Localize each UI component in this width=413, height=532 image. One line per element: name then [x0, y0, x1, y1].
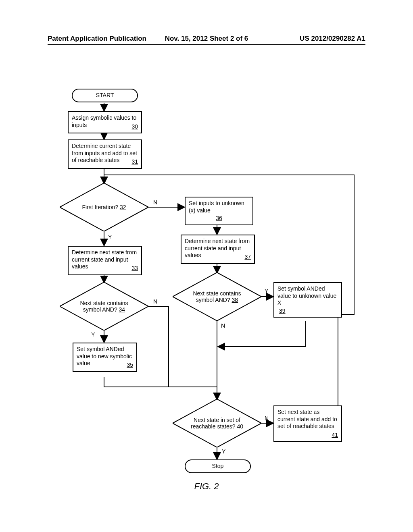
process-41: Set next state as current state and add …: [273, 405, 342, 442]
terminator-stop: Stop: [185, 459, 251, 473]
header-center: Nov. 15, 2012 Sheet 2 of 6: [165, 35, 248, 43]
decision-34: Next state contains symbol AND? 34: [60, 282, 148, 330]
process-31-ref: 31: [131, 158, 138, 166]
process-36: Set inputs to unknown (x) value 36: [185, 197, 253, 225]
process-36-text: Set inputs to unknown (x) value: [189, 200, 244, 214]
process-30: Assign symbolic values to inputs 30: [68, 111, 142, 133]
process-39-ref: 39: [279, 308, 338, 315]
process-33-text: Determine next state from current state …: [72, 249, 137, 270]
process-36-ref: 36: [189, 215, 249, 222]
process-31-text: Determine current state from inputs and …: [72, 143, 137, 163]
process-30-ref: 30: [131, 123, 138, 131]
edge-34-Y: Y: [91, 331, 95, 338]
process-35-ref: 35: [127, 362, 133, 369]
process-41-ref: 41: [332, 432, 338, 439]
decision-32-text: First Iteration? 32: [74, 204, 134, 210]
process-35: Set symbol ANDed value to new symbolic v…: [73, 343, 137, 372]
decision-40-text: Next state in set of reachable states? 4…: [187, 417, 247, 430]
stop-label: Stop: [212, 463, 224, 469]
start-label: START: [96, 92, 114, 98]
decision-40: Next state in set of reachable states? 4…: [173, 399, 261, 447]
process-37: Determine next state from current state …: [181, 235, 255, 264]
process-37-ref: 37: [244, 254, 251, 261]
process-31: Determine current state from inputs and …: [68, 139, 142, 169]
edge-38-Y: Y: [265, 288, 268, 294]
flowchart-figure-2: START Assign symbolic values to inputs 3…: [48, 89, 365, 492]
decision-32: First Iteration? 32: [60, 183, 148, 231]
process-41-text: Set next state as current state and add …: [277, 409, 337, 429]
header-right: US 2012/0290282 A1: [300, 35, 365, 43]
edge-32-Y: Y: [108, 234, 112, 240]
process-35-text: Set symbol ANDed value to new symbolic v…: [77, 346, 132, 366]
edge-38-N: N: [221, 322, 225, 329]
process-30-text: Assign symbolic values to inputs: [72, 114, 136, 128]
process-39: Set symbol ANDed value to unknown value …: [273, 282, 342, 318]
process-33: Determine next state from current state …: [68, 246, 142, 275]
process-39-text: Set symbol ANDed value to unknown value …: [277, 285, 336, 306]
decision-38-text: Next state contains symbol AND? 38: [187, 290, 247, 303]
header-rule: [48, 44, 365, 45]
process-33-ref: 33: [131, 265, 138, 272]
decision-34-text: Next state contains symbol AND? 34: [74, 300, 134, 313]
process-37-text: Determine next state from current state …: [185, 238, 250, 258]
edge-32-N: N: [153, 199, 157, 206]
figure-label: FIG. 2: [194, 481, 219, 492]
terminator-start: START: [72, 89, 138, 102]
patent-page: Patent Application Publication Nov. 15, …: [0, 0, 413, 532]
edge-40-N: N: [265, 415, 269, 422]
edge-40-Y: Y: [222, 448, 225, 455]
edge-34-N: N: [153, 298, 157, 305]
decision-38: Next state contains symbol AND? 38: [173, 272, 261, 321]
header-left: Patent Application Publication: [48, 35, 146, 43]
